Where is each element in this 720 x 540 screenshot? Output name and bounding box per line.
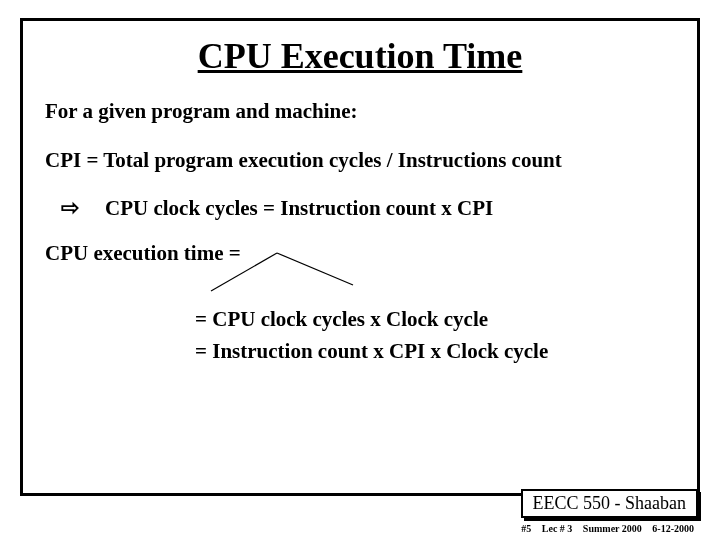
clock-cycles-row: ⇨ CPU clock cycles = Instruction count x…: [45, 195, 675, 221]
exec-time-row: CPU execution time =: [45, 241, 675, 266]
cpi-equation: CPI = Total program execution cycles / I…: [45, 148, 675, 173]
equations-block: = CPU clock cycles x Clock cycle = Instr…: [195, 304, 675, 367]
footer-date: 6-12-2000: [652, 523, 694, 534]
slide-title: CPU Execution Time: [45, 35, 675, 77]
footer-term: Summer 2000: [583, 523, 642, 534]
footer-lecture: Lec # 3: [542, 523, 573, 534]
intro-text: For a given program and machine:: [45, 99, 675, 124]
clock-cycles-equation: CPU clock cycles = Instruction count x C…: [105, 196, 493, 221]
svg-line-0: [277, 253, 353, 285]
footer-course-box: EECC 550 - Shaaban: [521, 489, 698, 518]
equation-1: = CPU clock cycles x Clock cycle: [195, 304, 675, 336]
arrow-icon: ⇨: [45, 195, 105, 221]
exec-time-label: CPU execution time =: [45, 241, 241, 265]
footer-page: #5: [521, 523, 531, 534]
slide-frame: CPU Execution Time For a given program a…: [20, 18, 700, 496]
equation-2: = Instruction count x CPI x Clock cycle: [195, 336, 675, 368]
footer-subline: #5 Lec # 3 Summer 2000 6-12-2000: [513, 523, 694, 534]
